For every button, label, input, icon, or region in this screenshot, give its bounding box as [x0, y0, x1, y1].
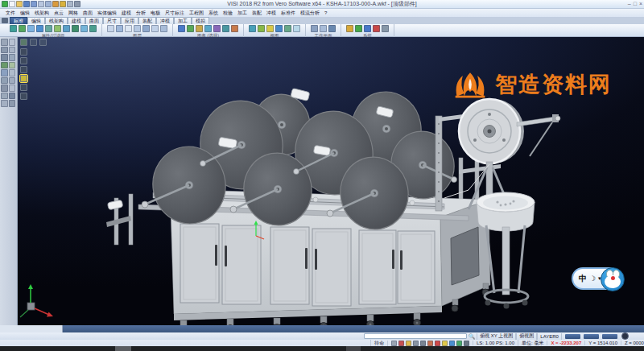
ribbon-tab[interactable]: 应用: [121, 17, 138, 24]
status-toggle-icon[interactable]: [391, 341, 397, 346]
ribbon-tab[interactable]: 标准: [10, 17, 27, 24]
zoom-fit-icon[interactable]: [39, 39, 47, 46]
redo-icon[interactable]: [60, 1, 66, 7]
ime-mode-indicator[interactable]: 中: [579, 273, 587, 284]
modeling-tool-icon[interactable]: [1, 62, 8, 69]
modeling-tool-icon[interactable]: [1, 39, 8, 46]
status-toggle-icon[interactable]: [427, 341, 433, 346]
ribbon-tool-icon[interactable]: [80, 25, 88, 32]
dropdown-icon[interactable]: [74, 1, 80, 7]
status-toggle-icon[interactable]: [464, 341, 469, 346]
ribbon-tool-icon[interactable]: [196, 25, 203, 32]
modeling-tool-icon[interactable]: [1, 69, 8, 76]
new-file-icon[interactable]: [9, 1, 15, 7]
status-toggle-icon[interactable]: [449, 341, 455, 346]
modeling-tool-icon[interactable]: [1, 85, 8, 92]
ribbon-tool-icon[interactable]: [293, 25, 300, 32]
ribbon-tool-icon[interactable]: [231, 25, 238, 32]
open-file-icon[interactable]: [16, 1, 23, 7]
status-toggle-icon[interactable]: [420, 341, 426, 346]
ribbon-tool-icon[interactable]: [249, 25, 256, 32]
render-mode-icon[interactable]: [30, 39, 37, 46]
ribbon-tool-icon[interactable]: [116, 25, 123, 32]
menu-item[interactable]: 冲模: [264, 10, 279, 17]
menu-item[interactable]: 尺寸标注: [163, 10, 187, 17]
ribbon-tool-icon[interactable]: [36, 25, 43, 32]
ribbon-tool-icon[interactable]: [284, 25, 291, 32]
modeling-tool-icon[interactable]: [1, 100, 8, 107]
menu-item[interactable]: 模流分析: [298, 10, 322, 17]
wireframe-view-icon[interactable]: [20, 84, 27, 91]
status-button[interactable]: [565, 334, 580, 339]
ribbon-tool-icon[interactable]: [45, 25, 52, 32]
menu-item[interactable]: 装配: [250, 10, 264, 17]
ribbon-tab[interactable]: 冲模: [156, 17, 174, 24]
export-icon[interactable]: [45, 1, 52, 7]
modeling-tool-icon[interactable]: [9, 39, 16, 46]
ribbon-tool-icon[interactable]: [27, 25, 35, 32]
ribbon-tool-icon[interactable]: [10, 25, 17, 32]
menu-item[interactable]: 工程图: [187, 10, 206, 17]
ribbon-tool-icon[interactable]: [373, 25, 380, 32]
ribbon-tool-icon[interactable]: [222, 25, 229, 32]
menu-item[interactable]: 点云: [52, 10, 66, 17]
menu-item[interactable]: 曲面: [80, 10, 95, 17]
shaded-view-icon[interactable]: [20, 75, 27, 82]
ribbon-tab[interactable]: 线架构: [45, 17, 68, 24]
ribbon-tool-icon[interactable]: [72, 25, 79, 32]
status-toggle-icon[interactable]: [398, 341, 404, 346]
import-icon[interactable]: [38, 1, 44, 7]
ribbon-tab[interactable]: 装配: [138, 17, 156, 24]
ribbon-tool-icon[interactable]: [89, 25, 97, 32]
ribbon-menu-icon[interactable]: [2, 18, 8, 23]
menu-item[interactable]: 编辑: [18, 10, 32, 17]
status-toggle-icon[interactable]: [413, 341, 419, 346]
menu-item[interactable]: 文件: [3, 10, 18, 17]
ribbon-tool-icon[interactable]: [328, 25, 336, 32]
ribbon-tool-icon[interactable]: [142, 25, 150, 32]
ribbon-tab[interactable]: 模拟: [192, 17, 209, 24]
ribbon-tool-icon[interactable]: [187, 25, 194, 32]
modeling-tool-icon[interactable]: [9, 100, 16, 107]
status-toggle-icon[interactable]: [456, 341, 462, 346]
ribbon-tool-icon[interactable]: [160, 25, 167, 32]
ribbon-tool-icon[interactable]: [266, 25, 274, 32]
ribbon-tab[interactable]: 建模: [68, 17, 85, 24]
modeling-tool-icon[interactable]: [1, 93, 8, 100]
status-toggle-icon[interactable]: [442, 341, 448, 346]
ribbon-tool-icon[interactable]: [134, 25, 141, 32]
ribbon-tool-icon[interactable]: [382, 25, 389, 32]
ribbon-tool-icon[interactable]: [355, 25, 362, 32]
ribbon-tool-icon[interactable]: [19, 25, 26, 32]
status-toggle-icon[interactable]: [406, 341, 411, 346]
menu-item[interactable]: 实体编辑: [95, 10, 119, 17]
menu-item[interactable]: 校验: [221, 10, 235, 17]
menu-item[interactable]: 建模: [119, 10, 134, 17]
view-cube-icon[interactable]: [20, 39, 27, 46]
print-icon[interactable]: [67, 1, 73, 7]
window-control-button[interactable]: –: [628, 0, 631, 8]
ribbon-tool-icon[interactable]: [364, 25, 371, 32]
rotate-tool-icon[interactable]: [20, 66, 27, 73]
menu-item[interactable]: ?: [322, 10, 329, 15]
ribbon-tool-icon[interactable]: [320, 25, 327, 32]
modeling-tool-icon[interactable]: [9, 77, 16, 85]
app-logo-icon[interactable]: [2, 1, 8, 7]
ribbon-tool-icon[interactable]: [346, 25, 353, 32]
status-button[interactable]: [602, 334, 617, 339]
modeling-tool-icon[interactable]: [1, 47, 8, 54]
modeling-tool-icon[interactable]: [9, 85, 16, 92]
ribbon-tool-icon[interactable]: [213, 25, 221, 32]
menu-item[interactable]: 分析: [134, 10, 148, 17]
ribbon-tab[interactable]: 尺寸: [103, 17, 121, 24]
layer-view-icon[interactable]: [20, 93, 27, 100]
modeling-tool-icon[interactable]: [9, 47, 16, 54]
save-icon[interactable]: [23, 1, 30, 7]
status-toggle-icon[interactable]: [435, 341, 440, 346]
ribbon-tool-icon[interactable]: [258, 25, 265, 32]
menu-item[interactable]: 电极: [148, 10, 163, 17]
modeling-tool-icon[interactable]: [9, 54, 16, 61]
layer-button[interactable]: LAYER0: [537, 333, 562, 340]
undo-icon[interactable]: [52, 1, 59, 7]
modeling-tool-icon[interactable]: [1, 77, 8, 85]
